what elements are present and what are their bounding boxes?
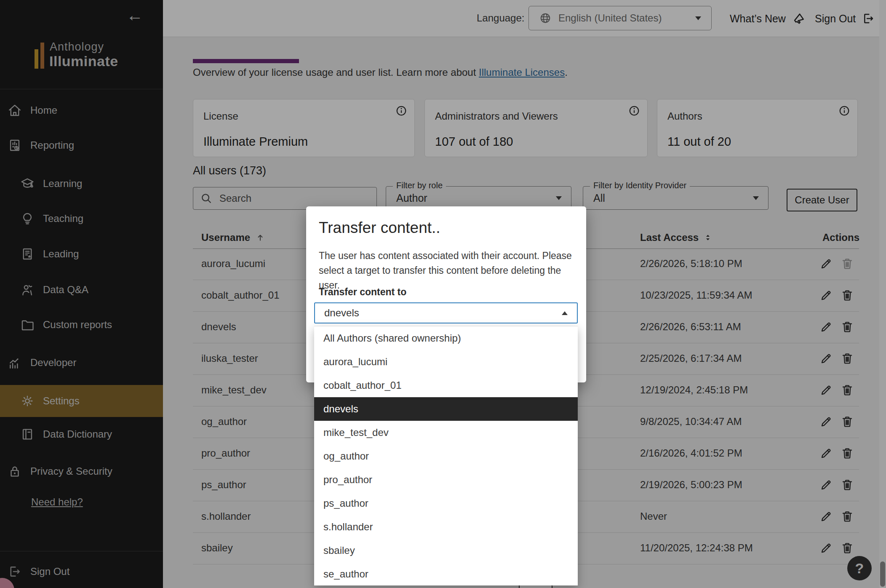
modal-title: Transfer content.. — [319, 219, 440, 237]
dropdown-option-label: cobalt_author_01 — [323, 380, 401, 391]
transfer-content-to-label: Transfer content to — [319, 286, 406, 298]
dropdown-option[interactable]: sbailey — [314, 539, 578, 562]
dropdown-option-label: All Authors (shared ownership) — [323, 332, 461, 344]
dropdown-option-label: sbailey — [323, 545, 355, 556]
dropdown-option[interactable]: pro_author — [314, 468, 578, 492]
transfer-target-dropdown: All Authors (shared ownership) aurora_lu… — [314, 326, 578, 585]
dropdown-option-label: pro_author — [323, 474, 372, 486]
dropdown-option[interactable]: mike_test_dev — [314, 421, 578, 444]
dropdown-option-label: ps_author — [323, 497, 368, 509]
dropdown-option[interactable]: se_author — [314, 562, 578, 586]
transfer-target-select[interactable]: dnevels — [314, 302, 578, 323]
dropdown-option-label: dnevels — [323, 403, 358, 415]
dropdown-option[interactable]: cobalt_author_01 — [314, 374, 578, 397]
dropdown-option[interactable]: ps_author — [314, 492, 578, 515]
dropdown-option[interactable]: aurora_lucumi — [314, 350, 578, 374]
chevron-up-icon — [562, 311, 568, 315]
dropdown-option-label: og_author — [323, 450, 369, 462]
dropdown-option[interactable]: og_author — [314, 444, 578, 468]
dropdown-option-label: s.hollander — [323, 521, 373, 533]
app-screen: Language: English (United States) What’s… — [0, 0, 886, 588]
dropdown-option[interactable]: s.hollander — [314, 515, 578, 539]
dropdown-option[interactable]: dnevels — [314, 397, 578, 421]
dropdown-option-label: mike_test_dev — [323, 427, 389, 438]
dropdown-option-label: se_author — [323, 568, 368, 580]
dropdown-option-label: aurora_lucumi — [323, 356, 387, 368]
dropdown-option[interactable]: All Authors (shared ownership) — [314, 326, 578, 350]
transfer-target-value: dnevels — [324, 307, 562, 319]
